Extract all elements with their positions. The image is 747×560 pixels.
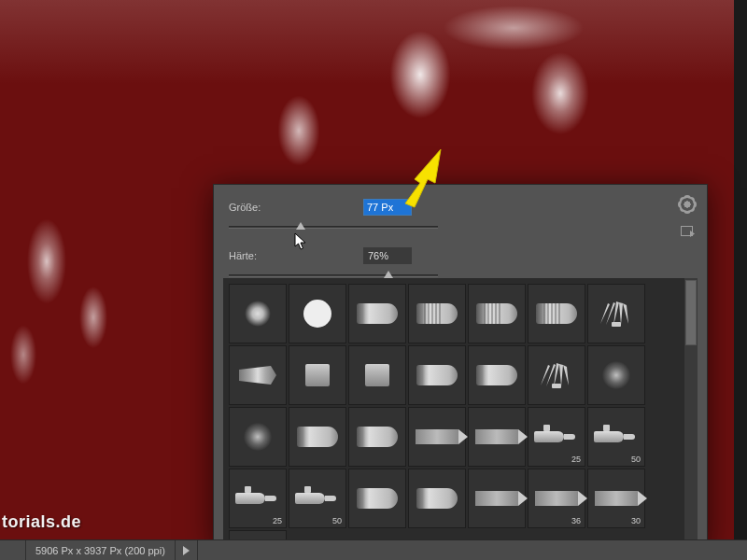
brush-preset[interactable] [468,345,526,405]
gear-icon[interactable] [681,198,696,213]
status-bar: 5906 Px x 3937 Px (200 ppi) [0,539,747,560]
brush-preset[interactable] [348,407,406,467]
brush-preset[interactable] [289,345,346,405]
brush-preset[interactable] [348,345,406,405]
brush-preset[interactable] [528,345,585,405]
svg-rect-1 [552,384,561,388]
brush-preset[interactable] [348,284,406,343]
brush-preset[interactable]: 50 [587,407,645,467]
new-preset-icon[interactable] [681,226,696,241]
brush-preset[interactable] [528,284,585,343]
brush-preset[interactable] [587,345,645,405]
brush-preset[interactable] [229,345,287,405]
brush-size-label: 50 [332,516,342,525]
size-label: Größe: [229,202,363,213]
hardness-value[interactable]: 76% [363,247,412,264]
brush-preset[interactable]: 25 [229,469,287,528]
brush-preset[interactable] [289,407,346,467]
brush-size-label: 25 [571,455,581,464]
brush-preset[interactable] [229,530,287,539]
svg-rect-0 [612,322,621,327]
brush-size-label: 30 [631,516,641,525]
brush-preset[interactable] [468,407,526,467]
brush-preset-panel: Größe: Härte: 76% 255025503630 [213,184,708,548]
brush-size-label: 25 [273,516,282,525]
brush-preset[interactable]: 25 [528,407,585,467]
size-input[interactable] [363,199,412,216]
brush-preset[interactable] [348,469,406,528]
brush-preset[interactable] [408,284,466,343]
hardness-label: Härte: [229,250,363,261]
size-slider-thumb[interactable] [296,222,305,230]
brush-grid-scrollbar[interactable] [684,278,698,539]
brush-preset[interactable] [408,469,466,528]
play-icon [183,546,190,555]
scrollbar-thumb[interactable] [685,280,697,345]
status-left-gap [0,540,26,560]
right-edge-strip [734,0,747,560]
brush-preset[interactable]: 36 [528,469,585,528]
brush-preset[interactable] [229,284,287,343]
brush-preset[interactable] [468,284,526,343]
brush-preset[interactable]: 30 [587,469,645,528]
brush-preset[interactable]: 50 [289,469,346,528]
brush-grid: 255025503630 [229,284,679,539]
brush-preset[interactable] [587,284,645,343]
brush-preset[interactable] [229,407,287,467]
brush-preset[interactable] [468,469,526,528]
brush-preset[interactable] [408,345,466,405]
watermark-text: torials.de [2,512,81,532]
size-slider[interactable] [229,222,692,233]
brush-preset[interactable] [408,407,466,467]
status-dimensions: 5906 Px x 3937 Px (200 ppi) [26,540,176,560]
brush-grid-container: 255025503630 [223,278,698,539]
brush-preset[interactable] [289,284,346,343]
brush-size-label: 36 [571,516,581,525]
status-play-button[interactable] [176,540,198,560]
brush-size-label: 50 [631,455,641,464]
hardness-slider-thumb[interactable] [384,271,393,278]
